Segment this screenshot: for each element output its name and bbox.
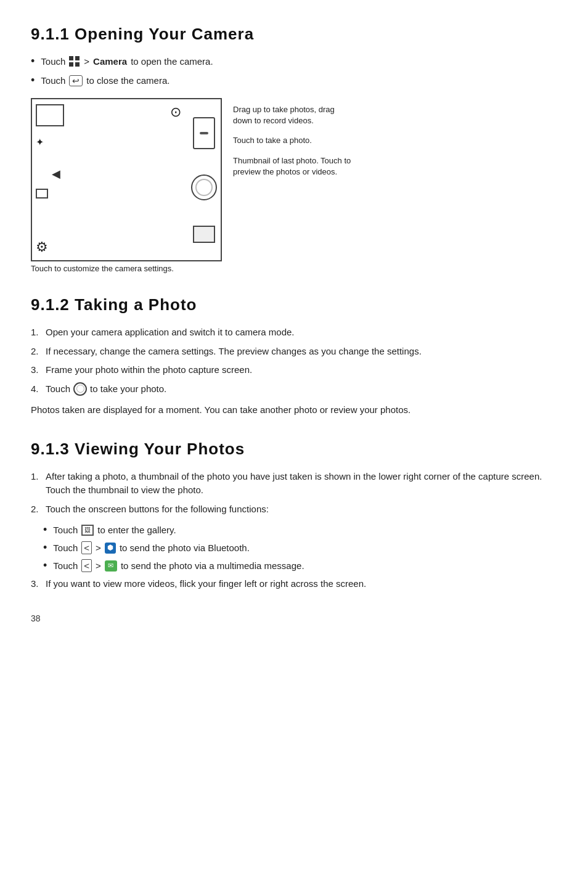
section-913: 9.1.3 Viewing Your Photos 1. After takin… [31, 440, 557, 591]
sub-bullet-2-middle: > [96, 543, 101, 553]
gallery-icon: 🖼 [81, 525, 94, 536]
arrow-mid-icon: ◀ [52, 167, 60, 181]
para-912: Photos taken are displayed for a moment.… [31, 403, 557, 417]
step-num-3: 3. [31, 363, 44, 377]
bullet-list-911: • Touch > Camera to open the camera. • T… [31, 55, 557, 87]
camera-caption: Touch to customize the camera settings. [31, 264, 557, 273]
shutter-inner-icon [76, 385, 84, 393]
step-913-3: 3. If you want to view more videos, flic… [31, 577, 557, 591]
sub-bullet-1-after: to enter the gallery. [97, 525, 176, 535]
share-arrow-icon-1: < [81, 541, 92, 554]
scroll-drag-button[interactable] [193, 117, 215, 149]
callout-3: Thumbnail of last photo. Touch to previe… [233, 155, 351, 178]
back-arrow-icon: ↩ [69, 75, 83, 86]
step-912-4: 4. Touch to take your photo. [31, 382, 557, 396]
camera-box: ✦ ◀ ⚙ ⊙ [31, 98, 222, 261]
camera-top-icon: ⊙ [170, 104, 181, 120]
bullet-text-after-1: to open the camera. [131, 56, 213, 67]
callout-2: Touch to take a photo. [233, 135, 351, 146]
bullet-text-before-2: Touch [41, 75, 65, 86]
sub-bullet-2-after: to send the photo via Bluetooth. [120, 543, 250, 553]
step-text-4-before: Touch [46, 382, 70, 396]
step-913-2: 2. Touch the onscreen buttons for the fo… [31, 502, 557, 517]
sub-bullet-dot-2: • [43, 541, 47, 554]
step-text-913-2: Touch the onscreen buttons for the follo… [46, 502, 269, 517]
sub-bullet-1: • Touch 🖼 to enter the gallery. [43, 523, 557, 536]
step-text-913-3: If you want to view more videos, flick y… [46, 577, 366, 591]
bullet-dot-1: • [31, 55, 35, 68]
sub-bullet-2-before: Touch [53, 543, 78, 553]
camera-diagram: ✦ ◀ ⚙ ⊙ [31, 98, 557, 273]
step-num-913-2: 2. [31, 502, 44, 517]
callout-block: Drag up to take photos, drag down to rec… [228, 98, 351, 178]
step-912-1: 1. Open your camera application and swit… [31, 326, 557, 340]
sub-bullet-1-before: Touch [53, 525, 78, 535]
bullet-item-2: • Touch ↩ to close the camera. [31, 74, 557, 87]
bullet-text-after-2: to close the camera. [86, 75, 169, 86]
sub-bullet-dot-3: • [43, 559, 47, 572]
step-text-2: If necessary, change the camera settings… [46, 345, 422, 359]
right-controls [187, 99, 221, 260]
section-912: 9.1.2 Taking a Photo 1. Open your camera… [31, 295, 557, 417]
bullet-text-before-1: Touch [41, 56, 65, 67]
step-text-1: Open your camera application and switch … [46, 326, 295, 340]
step-912-2: 2. If necessary, change the camera setti… [31, 345, 557, 359]
step-912-3: 3. Frame your photo within the photo cap… [31, 363, 557, 377]
section-912-title: 9.1.2 Taking a Photo [31, 295, 557, 314]
sub-bullet-3-before: Touch [53, 560, 78, 571]
shutter-inline-icon [73, 382, 87, 396]
small-square-mid [36, 189, 48, 199]
callout-1: Drag up to take photos, drag down to rec… [233, 104, 351, 126]
camera-label: Camera [93, 56, 127, 67]
section-913-title: 9.1.3 Viewing Your Photos [31, 440, 557, 459]
step-text-4-after: to take your photo. [90, 382, 166, 396]
apps-grid-icon [69, 56, 80, 67]
bluetooth-icon: ⬢ [105, 543, 116, 554]
step-num-913-1: 1. [31, 470, 44, 484]
bullet-item-1: • Touch > Camera to open the camera. [31, 55, 557, 68]
sub-bullet-dot-1: • [43, 523, 47, 536]
sub-bullet-3-after: to send the photo via a multimedia messa… [121, 560, 304, 571]
step-text-913-1: After taking a photo, a thumbnail of the… [46, 470, 557, 498]
camera-diagram-row: ✦ ◀ ⚙ ⊙ [31, 98, 557, 261]
photo-preview-square [36, 104, 64, 126]
steps-912: 1. Open your camera application and swit… [31, 326, 557, 396]
step-913-1: 1. After taking a photo, a thumbnail of … [31, 470, 557, 498]
sub-bullet-3: • Touch < > ✉ to send the photo via a mu… [43, 559, 557, 572]
step-num-4: 4. [31, 382, 44, 396]
shutter-button[interactable] [191, 174, 217, 200]
step-num-913-3: 3. [31, 577, 44, 591]
brightness-icon: ✦ [36, 136, 44, 148]
step-num-1: 1. [31, 326, 44, 340]
thumbnail-button[interactable] [193, 226, 215, 243]
step3-list: 3. If you want to view more videos, flic… [31, 577, 557, 591]
steps-913: 1. After taking a photo, a thumbnail of … [31, 470, 557, 517]
message-icon: ✉ [105, 560, 117, 572]
sub-bullet-2: • Touch < > ⬢ to send the photo via Blue… [43, 541, 557, 554]
bullet-text-middle-1: > [84, 56, 89, 67]
sub-bullet-3-middle: > [96, 560, 101, 571]
step-text-3: Frame your photo within the photo captur… [46, 363, 252, 377]
section-911-title: 9.1.1 Opening Your Camera [31, 25, 557, 44]
bullet-dot-2: • [31, 74, 35, 87]
shutter-btn-inner [195, 179, 213, 196]
sub-bullets-913: • Touch 🖼 to enter the gallery. • Touch … [31, 523, 557, 572]
scroll-btn-notch [200, 132, 208, 134]
page-number: 38 [31, 613, 557, 623]
step-num-2: 2. [31, 345, 44, 359]
section-911: 9.1.1 Opening Your Camera • Touch > Came… [31, 25, 557, 273]
share-arrow-icon-2: < [81, 559, 92, 572]
settings-gear-icon: ⚙ [36, 239, 48, 255]
